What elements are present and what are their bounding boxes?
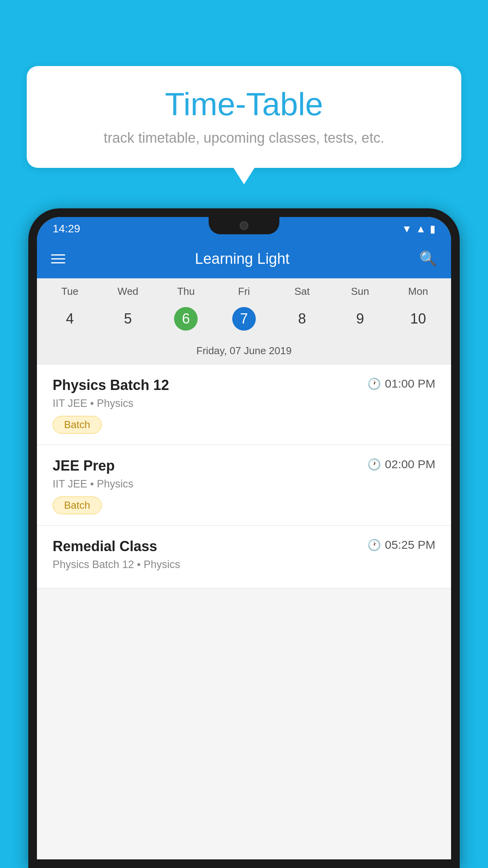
- calendar-date-8[interactable]: 8: [273, 304, 331, 334]
- day-sun: Sun: [331, 285, 389, 298]
- schedule-item-physics-batch[interactable]: Physics Batch 12 🕐 01:00 PM IIT JEE • Ph…: [37, 364, 451, 445]
- schedule-title-1: Physics Batch 12: [53, 377, 169, 394]
- search-icon[interactable]: 🔍: [419, 250, 437, 267]
- schedule-list: Physics Batch 12 🕐 01:00 PM IIT JEE • Ph…: [37, 364, 451, 588]
- phone-screen: 14:29 ▼ ▲ ▮ Learning Light 🔍 Tue Wed Thu: [37, 217, 451, 859]
- schedule-subtitle-2: IIT JEE • Physics: [53, 478, 435, 490]
- schedule-time-1: 🕐 01:00 PM: [367, 377, 435, 390]
- speech-bubble-container: Time-Table track timetable, upcoming cla…: [27, 66, 461, 168]
- schedule-time-2: 🕐 02:00 PM: [367, 458, 435, 471]
- calendar-date-6-today[interactable]: 6: [157, 304, 215, 334]
- batch-badge-1: Batch: [53, 416, 102, 434]
- schedule-title-3: Remedial Class: [53, 538, 157, 555]
- app-title: Learning Light: [76, 250, 408, 267]
- speech-bubble: Time-Table track timetable, upcoming cla…: [27, 66, 461, 168]
- app-bar: Learning Light 🔍: [37, 239, 451, 278]
- schedule-item-header-3: Remedial Class 🕐 05:25 PM: [53, 538, 435, 555]
- clock-icon-2: 🕐: [367, 458, 381, 471]
- clock-icon-3: 🕐: [367, 539, 381, 552]
- day-sat: Sat: [273, 285, 331, 298]
- status-time: 14:29: [53, 223, 80, 235]
- time-value-2: 02:00 PM: [385, 458, 435, 471]
- time-value-3: 05:25 PM: [385, 538, 435, 552]
- calendar-dates: 4 5 6 7 8 9 10: [37, 301, 451, 341]
- battery-icon: ▮: [430, 223, 435, 235]
- day-fri: Fri: [215, 285, 273, 298]
- calendar-date-10[interactable]: 10: [389, 304, 447, 334]
- status-icons: ▼ ▲ ▮: [402, 223, 435, 235]
- schedule-time-3: 🕐 05:25 PM: [367, 538, 435, 552]
- schedule-item-header-1: Physics Batch 12 🕐 01:00 PM: [53, 377, 435, 394]
- bubble-subtitle: track timetable, upcoming classes, tests…: [42, 130, 446, 146]
- day-mon: Mon: [389, 285, 447, 298]
- signal-icon: ▲: [416, 223, 426, 235]
- schedule-subtitle-1: IIT JEE • Physics: [53, 397, 435, 410]
- day-tue: Tue: [41, 285, 99, 298]
- phone-frame: 14:29 ▼ ▲ ▮ Learning Light 🔍 Tue Wed Thu: [28, 208, 460, 868]
- calendar-date-9[interactable]: 9: [331, 304, 389, 334]
- wifi-icon: ▼: [402, 223, 412, 235]
- calendar-days-header: Tue Wed Thu Fri Sat Sun Mon: [37, 278, 451, 301]
- day-thu: Thu: [157, 285, 215, 298]
- front-camera: [240, 221, 248, 230]
- schedule-subtitle-3: Physics Batch 12 • Physics: [53, 559, 435, 571]
- schedule-item-header-2: JEE Prep 🕐 02:00 PM: [53, 458, 435, 474]
- schedule-title-2: JEE Prep: [53, 458, 115, 474]
- phone-notch: [209, 217, 279, 234]
- hamburger-menu-button[interactable]: [51, 254, 65, 263]
- schedule-item-remedial[interactable]: Remedial Class 🕐 05:25 PM Physics Batch …: [37, 526, 451, 588]
- calendar-section: Tue Wed Thu Fri Sat Sun Mon 4 5 6 7 8 9 …: [37, 278, 451, 364]
- selected-date-label: Friday, 07 June 2019: [37, 341, 451, 364]
- batch-badge-2: Batch: [53, 497, 102, 514]
- bubble-title: Time-Table: [42, 86, 446, 123]
- calendar-date-4[interactable]: 4: [41, 304, 99, 334]
- day-wed: Wed: [99, 285, 157, 298]
- time-value-1: 01:00 PM: [385, 377, 435, 390]
- schedule-item-jee-prep[interactable]: JEE Prep 🕐 02:00 PM IIT JEE • Physics Ba…: [37, 445, 451, 526]
- calendar-date-7-selected[interactable]: 7: [215, 304, 273, 334]
- clock-icon-1: 🕐: [367, 377, 381, 390]
- calendar-date-5[interactable]: 5: [99, 304, 157, 334]
